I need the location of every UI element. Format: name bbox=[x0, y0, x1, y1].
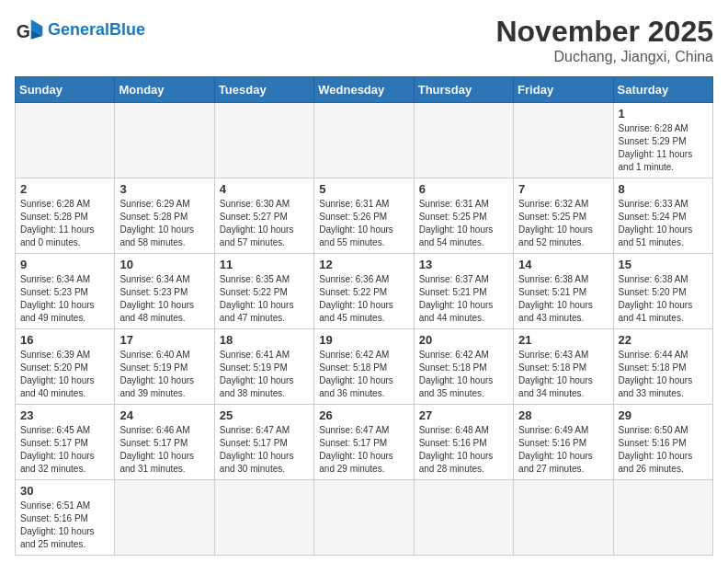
calendar-cell: 8Sunrise: 6:33 AM Sunset: 5:24 PM Daylig… bbox=[613, 178, 712, 254]
day-info: Sunrise: 6:30 AM Sunset: 5:27 PM Dayligh… bbox=[220, 198, 309, 249]
calendar-body: 1Sunrise: 6:28 AM Sunset: 5:29 PM Daylig… bbox=[16, 103, 713, 556]
day-number: 16 bbox=[20, 333, 109, 347]
day-number: 8 bbox=[619, 182, 708, 196]
calendar-cell bbox=[514, 480, 613, 556]
day-number: 28 bbox=[518, 408, 608, 422]
title-block: November 2025 Duchang, Jiangxi, China bbox=[495, 15, 713, 65]
calendar-cell: 30Sunrise: 6:51 AM Sunset: 5:16 PM Dayli… bbox=[16, 480, 115, 556]
day-info: Sunrise: 6:51 AM Sunset: 5:16 PM Dayligh… bbox=[20, 500, 109, 551]
calendar-cell: 6Sunrise: 6:31 AM Sunset: 5:25 PM Daylig… bbox=[414, 178, 513, 254]
week-row-2: 2Sunrise: 6:28 AM Sunset: 5:28 PM Daylig… bbox=[16, 178, 713, 254]
day-number: 3 bbox=[119, 182, 209, 196]
calendar-cell: 20Sunrise: 6:42 AM Sunset: 5:18 PM Dayli… bbox=[414, 329, 513, 405]
day-number: 4 bbox=[220, 182, 309, 196]
calendar-cell: 22Sunrise: 6:44 AM Sunset: 5:18 PM Dayli… bbox=[613, 329, 712, 405]
day-number: 23 bbox=[20, 408, 109, 422]
day-number: 21 bbox=[518, 333, 608, 347]
calendar-cell: 24Sunrise: 6:46 AM Sunset: 5:17 PM Dayli… bbox=[115, 405, 214, 480]
calendar-cell: 4Sunrise: 6:30 AM Sunset: 5:27 PM Daylig… bbox=[214, 178, 313, 254]
days-of-week-row: SundayMondayTuesdayWednesdayThursdayFrid… bbox=[16, 77, 713, 103]
calendar-cell: 10Sunrise: 6:34 AM Sunset: 5:23 PM Dayli… bbox=[115, 254, 214, 329]
week-row-5: 23Sunrise: 6:45 AM Sunset: 5:17 PM Dayli… bbox=[16, 405, 713, 480]
day-number: 9 bbox=[20, 258, 109, 271]
calendar-cell: 5Sunrise: 6:31 AM Sunset: 5:26 PM Daylig… bbox=[314, 178, 414, 254]
day-info: Sunrise: 6:33 AM Sunset: 5:24 PM Dayligh… bbox=[619, 198, 708, 249]
calendar-cell: 3Sunrise: 6:29 AM Sunset: 5:28 PM Daylig… bbox=[115, 178, 214, 254]
day-info: Sunrise: 6:50 AM Sunset: 5:16 PM Dayligh… bbox=[619, 424, 708, 476]
day-number: 20 bbox=[419, 333, 508, 347]
calendar-cell bbox=[414, 103, 513, 178]
calendar-cell: 12Sunrise: 6:36 AM Sunset: 5:22 PM Dayli… bbox=[314, 254, 414, 329]
calendar-cell bbox=[314, 480, 414, 556]
calendar-cell bbox=[414, 480, 513, 556]
calendar-cell: 2Sunrise: 6:28 AM Sunset: 5:28 PM Daylig… bbox=[16, 178, 115, 254]
logo: G GeneralBlue bbox=[15, 15, 145, 44]
day-number: 12 bbox=[319, 258, 408, 271]
calendar-cell bbox=[115, 103, 214, 178]
day-number: 6 bbox=[419, 182, 508, 196]
day-info: Sunrise: 6:40 AM Sunset: 5:19 PM Dayligh… bbox=[119, 349, 209, 400]
day-info: Sunrise: 6:46 AM Sunset: 5:17 PM Dayligh… bbox=[119, 424, 209, 476]
calendar-cell: 18Sunrise: 6:41 AM Sunset: 5:19 PM Dayli… bbox=[214, 329, 313, 405]
day-number: 22 bbox=[619, 333, 708, 347]
day-number: 24 bbox=[119, 408, 209, 422]
calendar-cell: 29Sunrise: 6:50 AM Sunset: 5:16 PM Dayli… bbox=[613, 405, 712, 480]
calendar-cell: 15Sunrise: 6:38 AM Sunset: 5:20 PM Dayli… bbox=[613, 254, 712, 329]
day-of-week-wednesday: Wednesday bbox=[314, 77, 414, 103]
day-info: Sunrise: 6:32 AM Sunset: 5:25 PM Dayligh… bbox=[518, 198, 608, 249]
day-info: Sunrise: 6:38 AM Sunset: 5:20 PM Dayligh… bbox=[619, 273, 708, 325]
calendar-cell bbox=[214, 103, 313, 178]
month-title: November 2025 bbox=[495, 15, 713, 49]
day-of-week-tuesday: Tuesday bbox=[214, 77, 313, 103]
logo-icon: G bbox=[15, 15, 44, 44]
day-number: 14 bbox=[518, 258, 608, 271]
day-number: 27 bbox=[419, 408, 508, 422]
calendar-cell: 28Sunrise: 6:49 AM Sunset: 5:16 PM Dayli… bbox=[514, 405, 613, 480]
calendar-cell: 21Sunrise: 6:43 AM Sunset: 5:18 PM Dayli… bbox=[514, 329, 613, 405]
calendar-cell: 26Sunrise: 6:47 AM Sunset: 5:17 PM Dayli… bbox=[314, 405, 414, 480]
calendar-cell: 23Sunrise: 6:45 AM Sunset: 5:17 PM Dayli… bbox=[16, 405, 115, 480]
day-number: 2 bbox=[20, 182, 109, 196]
calendar-cell bbox=[514, 103, 613, 178]
day-number: 7 bbox=[518, 182, 608, 196]
day-info: Sunrise: 6:45 AM Sunset: 5:17 PM Dayligh… bbox=[20, 424, 109, 476]
day-info: Sunrise: 6:38 AM Sunset: 5:21 PM Dayligh… bbox=[518, 273, 608, 325]
day-info: Sunrise: 6:49 AM Sunset: 5:16 PM Dayligh… bbox=[518, 424, 608, 476]
calendar-cell: 7Sunrise: 6:32 AM Sunset: 5:25 PM Daylig… bbox=[514, 178, 613, 254]
calendar-cell bbox=[115, 480, 214, 556]
day-info: Sunrise: 6:28 AM Sunset: 5:28 PM Dayligh… bbox=[20, 198, 109, 249]
calendar-cell: 27Sunrise: 6:48 AM Sunset: 5:16 PM Dayli… bbox=[414, 405, 513, 480]
calendar-cell: 1Sunrise: 6:28 AM Sunset: 5:29 PM Daylig… bbox=[613, 103, 712, 178]
day-of-week-saturday: Saturday bbox=[613, 77, 712, 103]
week-row-3: 9Sunrise: 6:34 AM Sunset: 5:23 PM Daylig… bbox=[16, 254, 713, 329]
calendar-cell: 25Sunrise: 6:47 AM Sunset: 5:17 PM Dayli… bbox=[214, 405, 313, 480]
day-number: 5 bbox=[319, 182, 408, 196]
day-info: Sunrise: 6:37 AM Sunset: 5:21 PM Dayligh… bbox=[419, 273, 508, 325]
week-row-1: 1Sunrise: 6:28 AM Sunset: 5:29 PM Daylig… bbox=[16, 103, 713, 178]
calendar-cell: 13Sunrise: 6:37 AM Sunset: 5:21 PM Dayli… bbox=[414, 254, 513, 329]
calendar-cell bbox=[314, 103, 414, 178]
logo-text: GeneralBlue bbox=[48, 21, 145, 38]
day-info: Sunrise: 6:48 AM Sunset: 5:16 PM Dayligh… bbox=[419, 424, 508, 476]
calendar-header: SundayMondayTuesdayWednesdayThursdayFrid… bbox=[16, 77, 713, 103]
day-info: Sunrise: 6:28 AM Sunset: 5:29 PM Dayligh… bbox=[619, 122, 708, 174]
day-info: Sunrise: 6:35 AM Sunset: 5:22 PM Dayligh… bbox=[220, 273, 309, 325]
day-info: Sunrise: 6:41 AM Sunset: 5:19 PM Dayligh… bbox=[220, 349, 309, 400]
calendar-cell: 14Sunrise: 6:38 AM Sunset: 5:21 PM Dayli… bbox=[514, 254, 613, 329]
calendar-cell bbox=[613, 480, 712, 556]
day-info: Sunrise: 6:47 AM Sunset: 5:17 PM Dayligh… bbox=[319, 424, 408, 476]
calendar-cell: 19Sunrise: 6:42 AM Sunset: 5:18 PM Dayli… bbox=[314, 329, 414, 405]
day-of-week-thursday: Thursday bbox=[414, 77, 513, 103]
day-info: Sunrise: 6:34 AM Sunset: 5:23 PM Dayligh… bbox=[119, 273, 209, 325]
day-number: 30 bbox=[20, 484, 109, 498]
calendar-cell: 9Sunrise: 6:34 AM Sunset: 5:23 PM Daylig… bbox=[16, 254, 115, 329]
calendar-cell bbox=[16, 103, 115, 178]
location: Duchang, Jiangxi, China bbox=[495, 49, 713, 65]
day-info: Sunrise: 6:31 AM Sunset: 5:25 PM Dayligh… bbox=[419, 198, 508, 249]
day-info: Sunrise: 6:47 AM Sunset: 5:17 PM Dayligh… bbox=[220, 424, 309, 476]
day-number: 10 bbox=[119, 258, 209, 271]
week-row-6: 30Sunrise: 6:51 AM Sunset: 5:16 PM Dayli… bbox=[16, 480, 713, 556]
day-info: Sunrise: 6:44 AM Sunset: 5:18 PM Dayligh… bbox=[619, 349, 708, 400]
day-number: 18 bbox=[220, 333, 309, 347]
day-number: 19 bbox=[319, 333, 408, 347]
